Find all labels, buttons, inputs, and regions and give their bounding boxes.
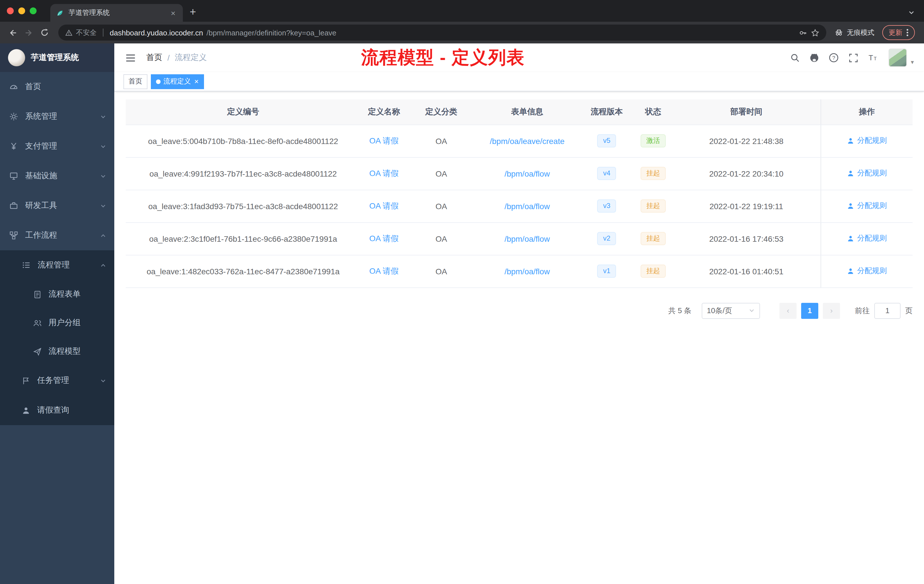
cell-deploy-time: 2022-01-22 21:48:38 [672,125,821,157]
svg-text:?: ? [832,55,835,61]
tag-label: 首页 [129,77,142,86]
active-tag-dot [156,79,160,84]
version-badge: v4 [597,167,616,180]
status-badge: 激活 [640,134,666,147]
search-icon[interactable] [787,50,803,66]
sidebar-item-home[interactable]: 首页 [0,72,114,102]
app-title: 芋道管理系统 [31,53,79,63]
security-warning-icon[interactable] [65,29,73,36]
assign-rule-link[interactable]: 分配规则 [847,136,887,146]
sidebar-item-label: 系统管理 [25,111,93,122]
col-definition-id: 定义编号 [126,99,361,125]
fullscreen-icon[interactable] [845,50,861,66]
sidebar-item-process-mgmt[interactable]: 流程管理 [0,250,114,280]
user-menu[interactable]: ▼ [889,49,915,67]
sidebar-item-label: 请假查询 [37,405,106,416]
browser-tab[interactable]: 芋道管理系统 × [50,4,183,22]
user-avatar [889,49,907,67]
app-logo-row[interactable]: 芋道管理系统 [0,43,114,72]
cell-deploy-time: 2022-01-22 20:34:10 [672,157,821,190]
table-row: oa_leave:2:3c1f0ef1-76b1-11ec-9c66-a2380… [126,222,912,255]
tab-search-chevron-icon[interactable] [908,9,915,16]
form-link[interactable]: /bpm/oa/flow [505,201,550,211]
sidebar-item-label: 流程表单 [49,289,106,299]
cell-definition-id: oa_leave:1:482ec033-762a-11ec-8477-a2380… [126,255,361,287]
assign-rule-link[interactable]: 分配规则 [847,233,887,244]
tab-title: 芋道管理系统 [69,8,165,18]
github-icon[interactable] [806,50,822,66]
url-host: dashboard.yudao.iocoder.cn [110,28,203,37]
sidebar-item-workflow[interactable]: 工作流程 [0,221,114,250]
security-label[interactable]: 不安全 [76,28,97,38]
chevron-up-icon [100,232,106,239]
assign-rule-link[interactable]: 分配规则 [847,266,887,276]
forward-icon[interactable] [21,25,36,41]
breadcrumb-home[interactable]: 首页 [146,53,162,63]
definition-name-link[interactable]: OA 请假 [370,168,399,177]
definition-name-link[interactable]: OA 请假 [370,201,399,210]
definition-name-link[interactable]: OA 请假 [370,266,399,275]
form-link[interactable]: /bpm/oa/flow [505,267,550,276]
new-tab-button[interactable]: + [190,6,196,18]
omnibox-divider [103,28,104,36]
goto-label: 前往 [855,305,870,316]
form-link[interactable]: /bpm/oa/flow [505,169,550,178]
browser-update-button[interactable]: 更新 [882,25,915,40]
window-minimize-button[interactable] [18,7,25,14]
sidebar-item-leave-query[interactable]: 请假查询 [0,396,114,425]
reload-icon[interactable] [36,25,53,41]
sidebar-item-process-model[interactable]: 流程模型 [0,337,114,366]
bookmark-star-icon[interactable] [811,28,819,37]
cell-category: OA [408,222,475,255]
definition-name-link[interactable]: OA 请假 [370,136,399,145]
app-logo [8,49,25,66]
col-status: 状态 [634,99,672,125]
sidebar-item-infrastructure[interactable]: 基础设施 [0,161,114,191]
window-zoom-button[interactable] [30,7,36,14]
sidebar-item-task-mgmt[interactable]: 任务管理 [0,366,114,396]
form-link[interactable]: /bpm/oa/flow [505,234,550,243]
prev-page-button[interactable]: ‹ [779,303,797,318]
status-badge: 挂起 [640,199,666,213]
assign-rule-link[interactable]: 分配规则 [847,168,887,178]
tag-close-icon[interactable]: × [194,78,198,85]
cell-definition-id: oa_leave:4:991f2193-7b7f-11ec-a3c8-acde4… [126,157,361,190]
sidebar-item-payment-mgmt[interactable]: 支付管理 [0,132,114,161]
sidebar-item-label: 工作流程 [25,230,93,241]
password-key-icon[interactable] [799,28,807,37]
tab-close-icon[interactable]: × [169,8,177,17]
goto-page: 前往 页 [855,303,912,318]
address-bar[interactable]: 不安全 dashboard.yudao.iocoder.cn /bpm/mana… [58,25,826,41]
back-icon[interactable] [5,25,21,41]
workflow-icon [9,231,18,240]
page-size-value: 10条/页 [707,305,732,316]
definition-name-link[interactable]: OA 请假 [370,233,399,243]
form-link[interactable]: /bpm/oa/leave/create [490,136,564,145]
incognito-badge: 无痕模式 [834,28,874,38]
page-size-select[interactable]: 10条/页 [702,303,760,318]
page-number-active[interactable]: 1 [801,303,818,318]
sidebar-item-dev-tools[interactable]: 研发工具 [0,191,114,221]
next-page-button[interactable]: › [823,303,840,318]
sidebar-item-user-group[interactable]: 用户分组 [0,308,114,337]
version-badge: v2 [597,232,616,245]
window-controls [0,0,42,22]
gear-icon [9,112,18,121]
col-deploy-time: 部署时间 [672,99,821,125]
window-close-button[interactable] [7,7,14,14]
help-icon[interactable]: ? [826,50,842,66]
table-row: oa_leave:3:1fad3d93-7b75-11ec-a3c8-acde4… [126,190,912,222]
admin-app: 芋道管理系统 首页 系统管理 支付管理 [0,43,924,584]
goto-page-input[interactable] [874,303,901,318]
sidebar-item-process-form[interactable]: 流程表单 [0,280,114,308]
browser-menu-icon[interactable] [906,28,909,36]
annotation-title: 流程模型 - 定义列表 [361,46,525,70]
tag-process-definition[interactable]: 流程定义 × [151,74,204,89]
font-size-icon[interactable]: TT [865,50,881,66]
sidebar-item-system-mgmt[interactable]: 系统管理 [0,102,114,132]
cell-category: OA [408,125,475,157]
table-row: oa_leave:5:004b710b-7b8a-11ec-8ef0-acde4… [126,125,912,157]
tag-home[interactable]: 首页 [124,74,147,89]
hamburger-icon[interactable] [124,51,137,64]
assign-rule-link[interactable]: 分配规则 [847,201,887,211]
